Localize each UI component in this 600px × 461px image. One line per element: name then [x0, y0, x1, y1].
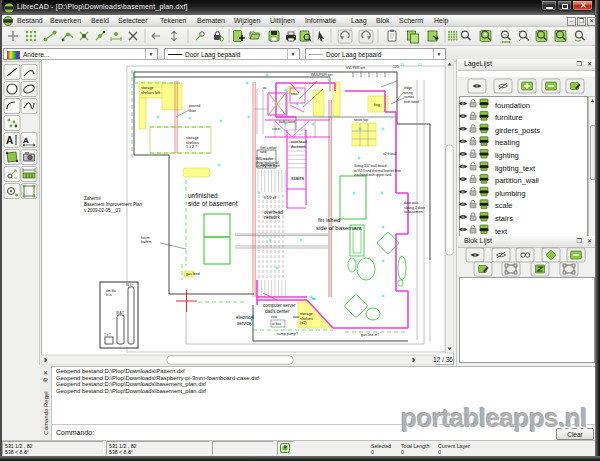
svg-text:(x2): (x2): [300, 321, 307, 325]
svg-text:floor: floor: [189, 109, 197, 113]
svg-text:v 2009-02-05__03: v 2009-02-05__03: [84, 208, 121, 213]
svg-text:w/ box: w/ box: [272, 322, 281, 326]
svg-text:electrical: electrical: [236, 315, 254, 320]
svg-text:bath closet: bath closet: [279, 120, 295, 124]
svg-text:w/ R13 and thermal barrier fre: w/ R13 and thermal barrier free: [354, 169, 401, 173]
svg-text:names: names: [404, 95, 414, 99]
svg-text:12 / 36: 12 / 36: [433, 356, 453, 363]
svg-text:now: now: [293, 315, 300, 319]
svg-text:tank: tank: [260, 150, 267, 154]
svg-text:A: A: [23, 136, 29, 145]
svg-text:overhead: overhead: [291, 140, 307, 144]
svg-text:W 4 t: W 4 t: [126, 283, 133, 287]
svg-text:storage: storage: [186, 136, 199, 140]
svg-text:storage: storage: [300, 312, 313, 316]
svg-text:b i a: b i a: [106, 293, 112, 297]
svg-text:T x T: T x T: [104, 333, 111, 337]
svg-text:gas feed: gas feed: [186, 272, 200, 276]
svg-text:computer server: computer server: [263, 303, 296, 308]
svg-text:12D: 12D: [393, 65, 400, 69]
svg-text:1 x 2 ?: 1 x 2 ?: [186, 145, 197, 149]
svg-text:8 1/2 x8: 8 1/2 x8: [264, 196, 276, 200]
svg-text:network: network: [264, 215, 281, 220]
svg-text:stairs: stairs: [291, 175, 304, 181]
svg-text:shelves left: shelves left: [141, 91, 161, 95]
svg-text:storage: storage: [141, 86, 154, 90]
svg-text:gas line in?: gas line in?: [361, 333, 379, 337]
svg-text:furnace: furnace: [261, 162, 276, 167]
svg-text:to basement: to basement: [404, 210, 423, 214]
svg-text:door was: door was: [404, 201, 418, 205]
svg-text:stove top: stove top: [354, 118, 368, 122]
svg-text:VVLPVR wrt: VVLPVR wrt: [346, 66, 365, 70]
svg-text:W A T: W A T: [116, 311, 124, 315]
svg-text:service: service: [237, 321, 252, 326]
svg-text:now: now: [271, 315, 278, 319]
svg-text:side of basemant: side of basemant: [316, 225, 362, 231]
svg-text:x2 ft wall: x2 ft wall: [383, 152, 396, 156]
svg-text:Zaherml: Zaherml: [84, 196, 101, 201]
svg-text:wiring: wiring: [404, 91, 413, 95]
svg-text:bathrm: bathrm: [141, 240, 152, 244]
svg-text:dad's center: dad's center: [265, 309, 290, 314]
svg-text:side of basement: side of basement: [188, 200, 238, 207]
svg-text:WUUPUR wrt: WUUPUR wrt: [311, 73, 332, 77]
svg-text:5'1: 5'1: [400, 63, 404, 67]
svg-text:bath towel: bath towel: [404, 100, 419, 104]
svg-text:unfinished: unfinished: [188, 192, 218, 199]
svg-text:ledge: ledge: [404, 86, 412, 90]
svg-text:4'2: 4'2: [418, 63, 422, 67]
svg-text:Basement Improvement Plan: Basement Improvement Plan: [84, 202, 143, 207]
svg-text:A: A: [6, 135, 13, 146]
svg-text:shelves: shelves: [300, 317, 313, 321]
svg-text:towel: towel: [291, 92, 299, 96]
svg-text:poured: poured: [189, 104, 200, 108]
svg-text:sump pump?: sump pump?: [277, 332, 298, 336]
svg-text:frig: frig: [374, 102, 380, 107]
svg-text:sliding 2 door: sliding 2 door: [404, 206, 426, 210]
svg-text:fin ished: fin ished: [318, 217, 340, 223]
svg-text:Going 3/4" wall board: Going 3/4" wall board: [354, 164, 386, 168]
svg-text:insulated with upper tank: insulated with upper tank: [354, 173, 392, 177]
svg-text:shelves: shelves: [186, 141, 199, 145]
svg-text:ductwork: ductwork: [291, 145, 306, 149]
svg-text:closet: closet: [272, 127, 280, 131]
svg-text:wc: wc: [263, 86, 267, 90]
